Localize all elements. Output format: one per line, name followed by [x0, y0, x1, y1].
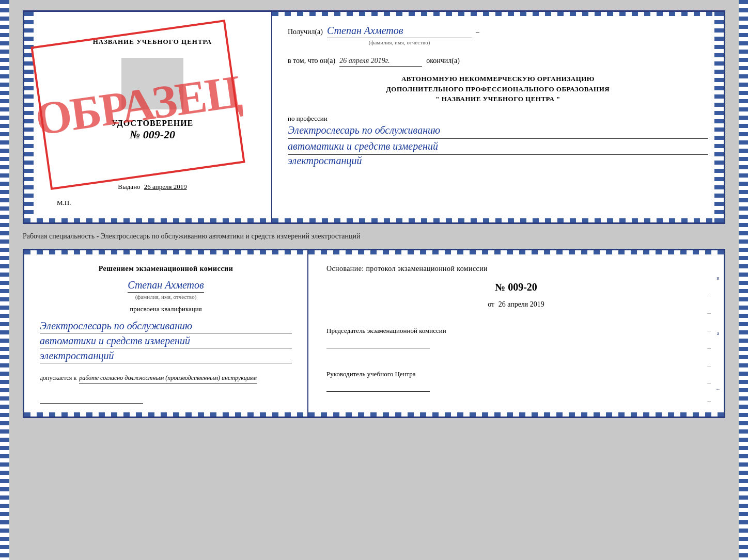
bottom-right-strip [739, 0, 748, 560]
qual-line2: автоматики и средств измерений [40, 333, 292, 348]
profession-line2: автоматики и средств измерений [288, 139, 708, 155]
bottom-document: Решением экзаменационной комиссии Степан… [23, 249, 725, 418]
right-decoration-strip [714, 12, 724, 222]
protocol-date-prefix: от [488, 300, 494, 308]
bottom-left-signature-line [40, 393, 143, 404]
bottom-person-name: Степан Ахметов [128, 279, 204, 293]
dash-lines: – – – – – – – [707, 292, 711, 405]
cert-number: № 009-20 [112, 128, 194, 141]
head-signature-line [326, 381, 430, 392]
osnov-title: Основание: протокол экзаменационной коми… [326, 263, 706, 274]
issued-line: Выдано 26 апреля 2019 [42, 183, 263, 191]
bottom-left-panel: Решением экзаменационной комиссии Степан… [24, 250, 308, 417]
vtom-label: в том, что он(а) [288, 57, 335, 65]
middle-text-section: Рабочая специальность - Электрослесарь п… [23, 230, 725, 243]
okoncil-label: окончил(а) [426, 57, 460, 65]
commission-title: Решением экзаменационной комиссии [40, 263, 292, 274]
qual-line3: электростанций [40, 348, 292, 363]
issued-date: 26 апреля 2019 [144, 183, 187, 190]
middle-text-content: Рабочая специальность - Электрослесарь п… [23, 232, 360, 240]
bottom-strip-left [24, 218, 271, 222]
dash-after-name: – [476, 28, 479, 36]
top-right-panel: Получил(а) Степан Ахметов (фамилия, имя,… [272, 12, 724, 222]
photo-placeholder [121, 58, 183, 109]
bottom-left-strip [0, 0, 9, 560]
vtom-date: 26 апреля 2019г. [339, 57, 422, 67]
top-strip-bl [24, 250, 307, 254]
qual-line1: Электрослесарь по обслуживанию [40, 318, 292, 333]
bottom-right-panel: Основание: протокол экзаменационной коми… [308, 250, 724, 417]
protocol-date: от 26 апреля 2019 [326, 300, 706, 309]
protocol-date-value: 26 апреля 2019 [498, 300, 544, 308]
org-line2: ДОПОЛНИТЕЛЬНОГО ПРОФЕССИОНАЛЬНОГО ОБРАЗО… [288, 84, 708, 94]
issued-label: Выдано [118, 183, 140, 190]
org-line1: АВТОНОМНУЮ НЕКОММЕРЧЕСКУЮ ОРГАНИЗАЦИЮ [288, 74, 708, 84]
bottom-strip-right [272, 218, 724, 222]
fio-subtitle-top: (фамилия, имя, отчество) [369, 39, 430, 45]
head-label: Руководитель учебного Центра [326, 370, 706, 379]
org-line3: " НАЗВАНИЕ УЧЕБНОГО ЦЕНТРА " [288, 94, 708, 104]
bottom-fio-subtitle: (фамилия, имя, отчество) [135, 294, 197, 300]
received-label: Получил(а) [288, 28, 323, 36]
mp-label: М.П. [57, 199, 71, 207]
top-strip-right [272, 12, 724, 16]
bottom-strip-bl [24, 412, 307, 417]
bottom-strip-br [308, 412, 724, 417]
profession-line3: электростанций [288, 155, 708, 167]
bottom-right-deco-chars: и а ← [712, 250, 724, 417]
profession-line1: Электрослесарь по обслуживанию [288, 123, 708, 139]
profession-label: по профессии [288, 115, 708, 123]
dopusk-value: работе согласно должностным (производств… [79, 374, 257, 384]
qualification-label: присвоена квалификация [40, 305, 292, 313]
protocol-number: № 009-20 [326, 281, 706, 293]
dopusk-label: допускается к [40, 374, 76, 382]
training-center-title: НАЗВАНИЕ УЧЕБНОГО ЦЕНТРА [42, 38, 263, 46]
chairman-label: Председатель экзаменационной комиссии [326, 326, 706, 335]
received-name: Степан Ахметов [327, 25, 472, 38]
top-document: НАЗВАНИЕ УЧЕБНОГО ЦЕНТРА УДОСТОВЕРЕНИЕ №… [23, 10, 725, 224]
chairman-signature-line [326, 338, 430, 348]
top-left-panel: НАЗВАНИЕ УЧЕБНОГО ЦЕНТРА УДОСТОВЕРЕНИЕ №… [24, 12, 272, 222]
top-strip-br [308, 250, 724, 254]
org-name-block: АВТОНОМНУЮ НЕКОММЕРЧЕСКУЮ ОРГАНИЗАЦИЮ ДО… [288, 74, 708, 104]
cert-title: УДОСТОВЕРЕНИЕ [112, 119, 194, 128]
